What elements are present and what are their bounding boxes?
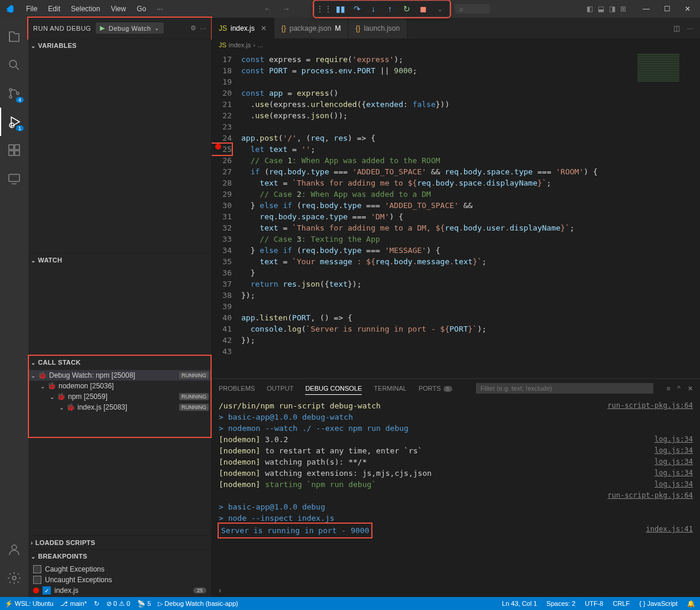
- errors-count[interactable]: ⊘ 0 ⚠ 0: [106, 600, 130, 608]
- debug-drag-handle-icon[interactable]: ⋮⋮: [318, 3, 330, 15]
- console-source-link[interactable]: log.js:34: [654, 479, 693, 490]
- debug-step-over-icon[interactable]: ↷: [351, 3, 363, 15]
- eol[interactable]: CRLF: [612, 600, 630, 608]
- window-close-icon[interactable]: ✕: [680, 2, 695, 15]
- run-debug-icon[interactable]: 1: [0, 108, 28, 136]
- git-sync-icon[interactable]: ↻: [94, 600, 99, 608]
- svg-rect-8: [15, 145, 20, 150]
- caught-exceptions-checkbox[interactable]: Caught Exceptions: [28, 564, 211, 575]
- nav-forward-icon[interactable]: →: [283, 5, 290, 13]
- debug-step-into-icon[interactable]: ↓: [368, 3, 380, 15]
- ports-forwarded[interactable]: 📡 5: [137, 600, 151, 608]
- tab-problems[interactable]: PROBLEMS: [219, 382, 255, 394]
- explorer-icon[interactable]: [0, 22, 28, 51]
- notifications-icon[interactable]: 🔔: [687, 600, 695, 608]
- callstack-row[interactable]: ⌄🐞nodemon [25036]: [28, 381, 211, 391]
- menu-view[interactable]: View: [106, 2, 131, 15]
- split-editor-icon[interactable]: ◫: [673, 24, 680, 33]
- minimap[interactable]: [635, 51, 700, 378]
- tab-terminal[interactable]: TERMINAL: [374, 382, 407, 394]
- menu-edit[interactable]: Edit: [43, 2, 65, 15]
- console-source-link[interactable]: run-script-pkg.js:64: [608, 490, 693, 501]
- more-actions-icon[interactable]: ···: [687, 24, 693, 33]
- console-source-link[interactable]: log.js:34: [654, 468, 693, 479]
- close-panel-icon[interactable]: ✕: [688, 385, 693, 392]
- variables-section-header[interactable]: ⌄VARIABLES: [28, 39, 211, 52]
- accounts-icon[interactable]: [0, 536, 28, 564]
- clear-console-icon[interactable]: ≡: [666, 385, 670, 392]
- layout-customize-icon[interactable]: ⊞: [620, 5, 626, 13]
- git-branch[interactable]: ⎇ main*: [60, 600, 86, 608]
- extensions-icon[interactable]: [0, 136, 28, 164]
- console-line: > node --inspect index.js: [219, 512, 693, 524]
- console-line: > basic-app@1.0.0 debug-watch: [219, 411, 693, 423]
- debug-config-dropdown[interactable]: ▶ Debug Watch ⌄: [96, 22, 164, 34]
- console-source-link[interactable]: log.js:34: [654, 445, 693, 456]
- debug-console-input[interactable]: ›: [212, 584, 700, 597]
- console-source-link[interactable]: log.js:34: [654, 456, 693, 468]
- debug-step-out-icon[interactable]: ↑: [384, 3, 396, 15]
- tab-package-json[interactable]: {}package.jsonM: [274, 18, 349, 38]
- console-source-link[interactable]: index.js:41: [646, 524, 693, 537]
- encoding[interactable]: UTF-8: [585, 600, 603, 608]
- window-minimize-icon[interactable]: —: [638, 2, 654, 15]
- code-editor[interactable]: 1718192021222324252627282930313233343536…: [212, 51, 700, 378]
- menu-file[interactable]: File: [21, 2, 42, 15]
- window-maximize-icon[interactable]: ☐: [659, 2, 675, 15]
- debug-console-filter[interactable]: [476, 383, 653, 394]
- tab-ports[interactable]: PORTS5: [419, 382, 452, 394]
- search-icon[interactable]: [0, 51, 28, 79]
- debug-status[interactable]: ▷ Debug Watch (basic-app): [158, 600, 238, 608]
- console-line: [nodemon] watching path(s): **/*: [219, 456, 654, 468]
- menu-more[interactable]: ···: [152, 2, 167, 15]
- callstack-row[interactable]: ⌄🐞npm [25059]RUNNING: [28, 391, 211, 402]
- bottom-panel: PROBLEMS OUTPUT DEBUG CONSOLE TERMINAL P…: [212, 378, 700, 597]
- loaded-scripts-header[interactable]: ›LOADED SCRIPTS: [28, 536, 211, 549]
- breakpoint-line-badge: 25: [193, 588, 206, 593]
- source-control-icon[interactable]: 4: [0, 79, 28, 108]
- console-line: [nodemon] watching extensions: js,mjs,cj…: [219, 468, 654, 479]
- layout-panel-icon[interactable]: ⬓: [598, 5, 604, 13]
- console-source-link[interactable]: run-script-pkg.js:64: [608, 400, 693, 411]
- menu-selection[interactable]: Selection: [66, 2, 105, 15]
- callstack-section-header[interactable]: ⌄CALL STACK: [28, 356, 211, 369]
- nav-back-icon[interactable]: ←: [264, 5, 271, 13]
- tab-debug-console[interactable]: DEBUG CONSOLE: [305, 382, 362, 395]
- breakpoints-section-header[interactable]: ⌄BREAKPOINTS: [28, 550, 211, 563]
- debug-restart-icon[interactable]: ↻: [401, 3, 413, 15]
- gear-icon[interactable]: ⚙: [190, 24, 197, 32]
- menu-go[interactable]: Go: [132, 2, 151, 15]
- callstack-row[interactable]: ⌄🐞index.js [25083]RUNNING: [28, 402, 211, 413]
- watch-section-header[interactable]: ⌄WATCH: [28, 254, 211, 267]
- callstack-row[interactable]: ⌄🐞Debug Watch: npm [25008]RUNNING: [28, 370, 211, 381]
- settings-icon[interactable]: [0, 564, 28, 592]
- svg-rect-7: [15, 151, 20, 155]
- cursor-position[interactable]: Ln 43, Col 1: [502, 600, 537, 608]
- debug-pause-icon[interactable]: ▮▮: [335, 3, 346, 15]
- layout-sidebar-right-icon[interactable]: ◨: [609, 5, 615, 13]
- debug-stop-icon[interactable]: ◼: [417, 3, 429, 15]
- console-line: [nodemon] starting `npm run debug`: [219, 479, 654, 490]
- close-tab-icon[interactable]: ✕: [261, 24, 267, 33]
- debug-config-name: Debug Watch: [109, 25, 151, 32]
- tab-index-js[interactable]: JSindex.js✕: [212, 18, 274, 38]
- console-source-link[interactable]: log.js:34: [654, 434, 693, 445]
- remote-explorer-icon[interactable]: [0, 164, 28, 193]
- debug-dropdown-icon[interactable]: ⌄: [434, 3, 446, 15]
- svg-rect-5: [9, 145, 14, 150]
- breakpoint-indicator-icon[interactable]: [215, 144, 221, 150]
- breadcrumb[interactable]: JS index.js›...: [212, 38, 700, 51]
- indentation[interactable]: Spaces: 2: [546, 600, 575, 608]
- checkbox-checked-icon[interactable]: ✓: [43, 586, 51, 595]
- layout-sidebar-left-icon[interactable]: ◧: [586, 5, 593, 13]
- more-icon[interactable]: ···: [200, 25, 206, 32]
- tab-launch-json[interactable]: {}launch.json: [348, 18, 407, 38]
- language-mode[interactable]: { } JavaScript: [639, 600, 678, 608]
- tab-output[interactable]: OUTPUT: [267, 382, 293, 394]
- remote-indicator[interactable]: ⚡ WSL: Ubuntu: [5, 600, 53, 608]
- breakpoint-file-row[interactable]: ✓index.js25: [28, 585, 211, 596]
- uncaught-exceptions-checkbox[interactable]: Uncaught Exceptions: [28, 575, 211, 585]
- maximize-panel-icon[interactable]: ^: [678, 385, 680, 392]
- command-center[interactable]: ⌕: [455, 4, 490, 14]
- console-line: /usr/bin/npm run-script debug-watch: [219, 400, 608, 411]
